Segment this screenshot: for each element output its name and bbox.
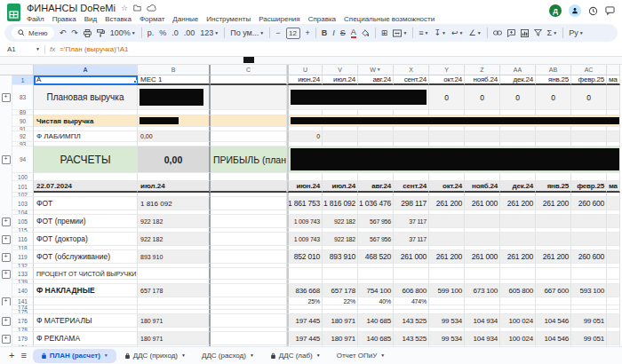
cell-W92[interactable]: [358, 131, 394, 142]
history-icon[interactable]: [588, 6, 598, 16]
cell-W103[interactable]: 1 036 476: [358, 197, 394, 210]
cell-X133[interactable]: [394, 268, 429, 280]
cell-AA119[interactable]: 261 200: [500, 250, 536, 264]
cell-C94[interactable]: ПРИБЫЛЬ (план): [211, 146, 287, 173]
cell-AA176[interactable]: 100 024: [500, 314, 536, 328]
cell-W179[interactable]: 140 685: [358, 332, 394, 345]
cell-AA181[interactable]: [500, 345, 536, 346]
cell-AA101[interactable]: дек.24: [500, 181, 536, 193]
cell-AC140[interactable]: 593 100: [571, 284, 607, 297]
cell-C90[interactable]: [211, 115, 287, 127]
cell-A176[interactable]: Ф МАТЕРИАЛЫ: [34, 314, 138, 328]
chevron-down-icon[interactable]: ▼: [104, 353, 108, 358]
cell-B133[interactable]: [138, 268, 211, 280]
cell-AB176[interactable]: 104 546: [536, 314, 571, 328]
cell-Y83[interactable]: 0: [429, 85, 465, 110]
expand-group-button[interactable]: +: [2, 253, 11, 262]
cell-C100[interactable]: [211, 173, 287, 181]
cell-Y103[interactable]: 261 200: [429, 197, 465, 210]
cell-AD103[interactable]: [607, 197, 620, 210]
collaborators-icon[interactable]: [569, 4, 581, 17]
vertical-align-button[interactable]: ↧▼: [435, 29, 447, 37]
cell-U100[interactable]: [287, 173, 323, 181]
cell-U116[interactable]: 1 009 743: [287, 233, 323, 246]
cell-AD141[interactable]: [607, 297, 620, 305]
cell-V133[interactable]: [323, 268, 358, 280]
cell-Z103[interactable]: 261 000: [465, 197, 500, 210]
column-header-AB[interactable]: AB: [536, 65, 571, 75]
cell-AD116[interactable]: [607, 233, 620, 246]
cell-AB116[interactable]: [536, 233, 571, 246]
cell-W101[interactable]: авг.24: [358, 181, 394, 193]
cell-AC101[interactable]: февр.25: [571, 181, 607, 193]
fill-color-button[interactable]: [362, 29, 370, 37]
sheet-tab-отчет-опиу[interactable]: Отчет ОПиУ▼: [329, 349, 394, 363]
horizontal-align-button[interactable]: ≡▼: [419, 29, 428, 37]
cell-X101[interactable]: сент.24: [394, 181, 429, 193]
cell-Z100[interactable]: [465, 173, 500, 181]
expand-group-button[interactable]: +: [2, 317, 11, 326]
cell-AA83[interactable]: 0: [500, 85, 536, 110]
row-number[interactable]: 101: [12, 181, 34, 193]
cell-AD1[interactable]: мар.25: [607, 75, 620, 85]
cell-AB83[interactable]: 0: [536, 85, 571, 110]
row-number[interactable]: 133: [12, 268, 34, 280]
column-header-B[interactable]: B: [138, 65, 211, 75]
cell-AC92[interactable]: [571, 131, 607, 142]
cell-AD100[interactable]: [607, 173, 620, 181]
cell-Z133[interactable]: [465, 268, 500, 280]
cell-Z116[interactable]: [465, 233, 500, 246]
cell-U119[interactable]: 852 010: [287, 250, 323, 264]
row-number[interactable]: 100: [12, 173, 34, 181]
cell-C105[interactable]: [211, 215, 287, 228]
cell-AB181[interactable]: [536, 345, 571, 346]
paint-format-button[interactable]: [97, 29, 105, 37]
column-header-W[interactable]: W▼: [358, 65, 394, 75]
cell-V1[interactable]: июл.24: [323, 75, 358, 85]
cell-A119[interactable]: ФОТ (обслуживание): [34, 250, 138, 264]
cell-U141[interactable]: 25%: [287, 297, 323, 305]
cell-B141[interactable]: [138, 297, 211, 305]
percent-format-button[interactable]: %: [159, 29, 166, 37]
row-number[interactable]: 140: [12, 284, 34, 297]
cell-AA103[interactable]: 261 200: [500, 197, 536, 210]
cell-AB105[interactable]: [536, 215, 571, 228]
cell-V176[interactable]: 180 971: [323, 314, 358, 328]
cell-B181[interactable]: [138, 345, 211, 346]
cell-X141[interactable]: 474%: [394, 297, 429, 305]
row-number[interactable]: 94: [12, 146, 34, 173]
cell-AB119[interactable]: 261 200: [536, 250, 571, 264]
cell-U176[interactable]: 197 445: [287, 314, 323, 328]
cell-B176[interactable]: 180 971: [138, 314, 211, 328]
cell-AD105[interactable]: [607, 215, 620, 228]
cell-Z119[interactable]: 261 000: [465, 250, 500, 264]
cell-AD181[interactable]: [607, 345, 620, 346]
cell-U94[interactable]: [287, 146, 620, 173]
cell-A181[interactable]: [34, 345, 138, 346]
cell-Z83[interactable]: 0: [465, 85, 500, 110]
cell-AA140[interactable]: 605 800: [500, 284, 536, 297]
cell-B119[interactable]: 893 910: [138, 250, 211, 264]
document-title[interactable]: ФИНАНСЫ DoReMi: [27, 3, 116, 13]
menu-формат[interactable]: Формат: [140, 15, 164, 23]
cell-AB141[interactable]: [536, 297, 571, 305]
formula-input[interactable]: ='План (выручка)'!A1: [60, 45, 128, 53]
cell-V105[interactable]: 922 182: [323, 215, 358, 228]
cell-V116[interactable]: 922 182: [323, 233, 358, 246]
strikethrough-button[interactable]: S: [340, 29, 346, 37]
cell-AA179[interactable]: 100 024: [500, 332, 536, 345]
column-header-AA[interactable]: AA: [500, 65, 536, 75]
expand-group-button[interactable]: +: [2, 155, 11, 164]
sheet-tab-план-(расчет)[interactable]: ПЛАН (расчет)▼: [33, 349, 116, 363]
cell-W140[interactable]: 754 100: [358, 284, 394, 297]
undo-button[interactable]: ↶: [60, 29, 67, 37]
cell-X116[interactable]: 37 117: [394, 233, 429, 246]
row-number[interactable]: 176: [12, 314, 34, 328]
cell-W119[interactable]: 468 520: [358, 250, 394, 264]
cell-Y176[interactable]: 99 534: [429, 314, 465, 328]
cell-X103[interactable]: 298 117: [394, 197, 429, 210]
row-number[interactable]: 103: [12, 197, 34, 210]
cell-AA133[interactable]: [500, 268, 536, 280]
menu-данные[interactable]: Данные: [172, 15, 198, 23]
expand-group-button[interactable]: +: [2, 270, 11, 279]
